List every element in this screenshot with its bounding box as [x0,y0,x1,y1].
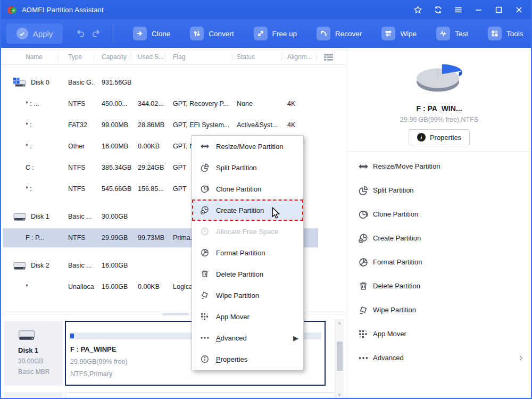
update-sync-icon[interactable] [428,0,448,19]
toolbar: Apply Clone Convert Free up Recover Wipe [0,19,532,48]
clone-pie-icon [200,184,210,194]
convert-icon [190,27,204,40]
window-title: AOMEI Partition Assistant [22,6,104,14]
dots-icon [200,333,210,343]
info-icon: i [417,133,426,142]
favorite-star-icon[interactable] [408,0,428,19]
table-row-partition[interactable]: * : FAT32 99.00MB 28.86MB GPT, EFI Syste… [0,114,346,136]
action-menu: Resize/Move Partition Split Partition Cl… [346,152,532,370]
split-pie-icon [358,185,369,196]
menu-app-mover[interactable]: App Mover [192,306,303,327]
app-window: AOMEI Partition Assistant Apply Clone Co… [0,0,532,399]
action-clone[interactable]: Clone Partition [346,202,532,226]
toolbar-convert-button[interactable]: Convert [185,27,239,40]
toolbar-freeup-button[interactable]: Free up [248,27,303,40]
app-mover-icon [358,329,369,339]
shredder-icon [381,27,395,40]
os-disk-icon [13,78,26,88]
properties-panel: F : PA_WIN... 29.99 GB(99% free),NTFS i … [346,48,532,399]
volume-info: 29.99 GB(99% free),NTFS [346,116,532,123]
hamburger-menu-icon[interactable] [448,0,468,19]
action-split[interactable]: Split Partition [346,178,532,202]
action-format[interactable]: Format Partition [346,250,532,274]
free-up-icon [254,27,268,40]
toolbar-clone-button[interactable]: Clone [128,27,176,40]
action-resize-move[interactable]: Resize/Move Partition [346,154,532,178]
column-header-name[interactable]: Name [0,52,59,62]
menu-clone-partition[interactable]: Clone Partition [192,178,303,200]
redo-icon[interactable] [91,29,101,39]
toolbar-wipe-button[interactable]: Wipe [376,27,422,40]
scroll-up-icon[interactable]: ˄ [335,321,344,326]
column-header-used[interactable]: Used S... [131,52,165,62]
pulse-icon [436,27,450,40]
disk-type: Basic MBR [18,368,63,376]
eraser-icon [200,290,210,300]
table-header: Name Type Capacity Used S... Flag Status… [0,49,346,65]
volume-pie-chart [408,59,471,99]
apply-label: Apply [33,29,53,38]
clone-icon [133,27,147,40]
next-disk-card-partial [4,392,63,397]
splitter-handle[interactable] [162,313,189,315]
menu-create-partition[interactable]: Create Partition [192,200,303,221]
vertical-scrollbar[interactable]: ˄ ˅ [335,319,344,399]
disk-size: 30.00GB [18,358,63,365]
columns-settings-icon[interactable] [324,54,333,61]
menu-properties[interactable]: Properties [192,348,303,370]
next-disk-block-partial [65,392,335,397]
partition-size: 29.99GB(99% free) [70,358,128,365]
action-advanced[interactable]: Advanced [346,346,532,370]
menu-allocate-free-space: Allocate Free Space [192,221,303,242]
format-pie-icon [358,257,369,268]
usage-bar-fill [70,334,74,338]
minimize-button[interactable] [468,0,488,19]
disk-icon [13,261,26,271]
action-app-mover[interactable]: App Mover [346,322,532,346]
close-button[interactable] [509,0,529,19]
titlebar: AOMEI Partition Assistant [0,0,532,19]
column-header-flag[interactable]: Flag [165,52,232,62]
properties-button[interactable]: i Properties [409,129,470,145]
undo-icon[interactable] [76,29,86,39]
scrollbar-thumb[interactable] [337,342,343,371]
clone-pie-icon [358,209,369,220]
disk-icon [13,212,26,222]
mouse-cursor [272,207,280,220]
app-mover-icon [200,312,210,321]
check-icon [16,28,28,39]
menu-format-partition[interactable]: Format Partition [192,242,303,263]
menu-split-partition[interactable]: Split Partition [192,157,303,178]
action-delete[interactable]: Delete Partition [346,274,532,298]
scroll-down-icon[interactable]: ˅ [335,392,344,397]
column-header-capacity[interactable]: Capacity [94,52,131,62]
menu-resize-move[interactable]: Resize/Move Partition [192,136,303,157]
maximize-button[interactable] [488,0,509,19]
format-pie-icon [200,248,210,257]
action-wipe[interactable]: Wipe Partition [346,298,532,322]
toolbar-tools-button[interactable]: Tools [483,27,529,40]
toolbar-recover-button[interactable]: Recover [311,27,367,40]
column-header-status[interactable]: Status [232,52,282,62]
trash-icon [358,281,369,292]
table-row-partition[interactable]: * : ... NTFS 450.00... 344.02... GPT, Re… [0,93,346,114]
resize-icon [200,142,210,151]
menu-wipe-partition[interactable]: Wipe Partition [192,285,303,306]
partition-fs: NTFS,Primary [70,370,112,378]
disk1-summary-card[interactable]: Disk 1 30.00GB Basic MBR [4,321,63,386]
dots-icon [358,353,369,363]
toolbar-divider [113,24,113,43]
split-pie-icon [200,163,210,172]
context-menu: Resize/Move Partition Split Partition Cl… [192,135,304,370]
action-create[interactable]: Create Partition [346,226,532,250]
menu-delete-partition[interactable]: Delete Partition [192,263,303,285]
create-pie-icon [358,233,369,244]
menu-advanced[interactable]: Advanced▶ [192,327,303,348]
apply-button[interactable]: Apply [6,23,63,44]
resize-icon [358,161,369,172]
toolbar-test-button[interactable]: Test [431,27,473,40]
table-row-disk0[interactable]: Disk 0 Basic G... 931.56GB [0,72,346,93]
info-circle-icon [200,354,210,364]
column-header-type[interactable]: Type [59,52,94,62]
column-header-alignment[interactable]: Alignm... [282,52,317,62]
